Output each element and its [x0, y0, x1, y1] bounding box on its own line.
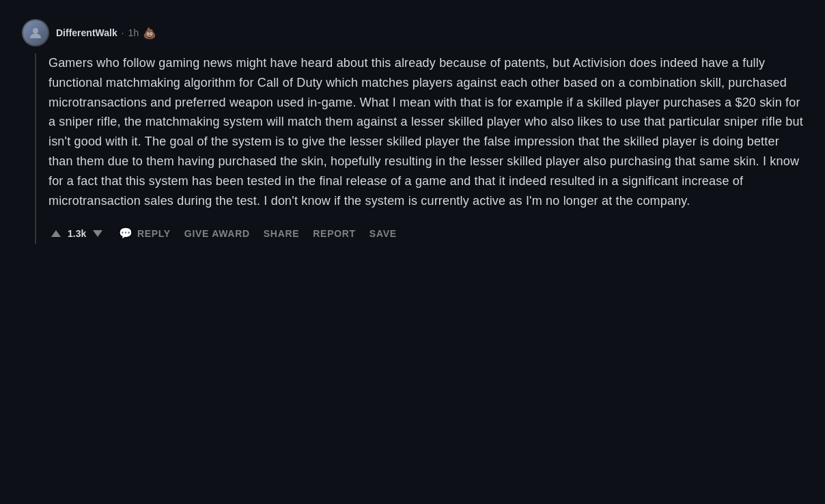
username[interactable]: DifferentWalk — [56, 27, 117, 38]
share-label: Share — [264, 228, 300, 239]
save-button[interactable]: Save — [364, 224, 402, 243]
comment-text: Gamers who follow gaming news might have… — [48, 53, 803, 210]
avatar — [22, 19, 49, 46]
reply-button[interactable]: 💬 Reply — [113, 223, 176, 244]
timestamp: 1h — [128, 27, 139, 38]
upvote-arrow-icon — [51, 230, 61, 237]
comment-body-wrapper: Gamers who follow gaming news might have… — [22, 53, 803, 244]
reply-label: Reply — [137, 228, 171, 239]
upvote-button[interactable] — [48, 227, 64, 240]
downvote-button[interactable] — [90, 227, 105, 240]
dot-separator: · — [122, 27, 124, 38]
reply-icon: 💬 — [119, 227, 133, 240]
comment-actions: 1.3k 💬 Reply Give Award Share Report — [48, 223, 803, 244]
give-award-button[interactable]: Give Award — [179, 224, 255, 243]
report-button[interactable]: Report — [307, 224, 361, 243]
downvote-arrow-icon — [93, 230, 102, 237]
share-button[interactable]: Share — [258, 224, 305, 243]
comment-header: DifferentWalk · 1h 💩 — [22, 19, 803, 46]
svg-point-0 — [33, 28, 38, 33]
comment-content: Gamers who follow gaming news might have… — [48, 53, 803, 244]
report-label: Report — [313, 228, 356, 239]
comment-container: DifferentWalk · 1h 💩 Gamers who follow g… — [16, 11, 809, 252]
give-award-label: Give Award — [184, 228, 250, 239]
save-label: Save — [369, 228, 397, 239]
comment-meta: DifferentWalk · 1h 💩 — [56, 27, 156, 40]
thread-line — [35, 53, 36, 244]
vote-section: 1.3k — [48, 227, 105, 240]
vote-count: 1.3k — [68, 228, 86, 239]
flair-emoji: 💩 — [143, 27, 156, 40]
